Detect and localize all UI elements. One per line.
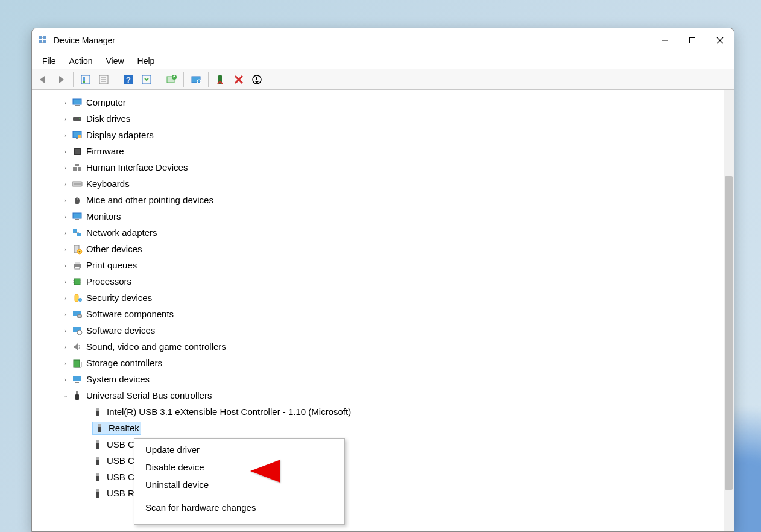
tree-item[interactable]: ›+Security devices (42, 290, 724, 306)
chevron-right-icon[interactable]: › (61, 311, 69, 318)
ctx-uninstall-device[interactable]: Uninstall device (134, 476, 344, 493)
tree-item[interactable]: ›Mice and other pointing devices (42, 192, 724, 208)
tree-item-label: Realtek (109, 423, 139, 433)
svg-rect-80 (96, 473, 99, 476)
minimize-button[interactable] (651, 28, 678, 52)
tree-item[interactable]: ›Print queues (42, 257, 724, 273)
tree-item-label: Security devices (86, 293, 152, 303)
window-title: Device Manager (54, 36, 115, 45)
chevron-right-icon[interactable]: › (61, 164, 69, 171)
update-driver-button[interactable] (163, 71, 180, 88)
menu-action[interactable]: Action (63, 54, 99, 68)
tree-item[interactable]: ›Display adapters (42, 127, 724, 143)
svg-rect-54 (74, 279, 80, 285)
tree-item[interactable]: ›System devices (42, 371, 724, 387)
chevron-down-icon[interactable]: ⌄ (61, 391, 69, 399)
chevron-right-icon[interactable]: › (61, 359, 69, 367)
tree-item[interactable]: ›Human Interface Devices (42, 159, 724, 176)
tree-item[interactable]: ›Software devices (42, 322, 724, 338)
chevron-right-icon[interactable]: › (61, 131, 69, 139)
tree-item[interactable]: ›?Other devices (42, 241, 724, 257)
ctx-disable-device[interactable]: Disable device (134, 458, 344, 476)
maximize-icon (689, 37, 696, 44)
chevron-right-icon[interactable]: › (61, 213, 69, 220)
menu-view[interactable]: View (99, 54, 130, 68)
forward-button[interactable] (52, 71, 69, 88)
tree-item[interactable]: ›Processors (42, 273, 724, 290)
chevron-right-icon[interactable]: › (61, 343, 69, 350)
tree-item[interactable]: ›Sound, video and game controllers (42, 338, 724, 355)
tree-item[interactable]: ›Network adapters (42, 224, 724, 241)
tree-item[interactable]: ›Software components (42, 306, 724, 322)
enable-device-icon (215, 74, 226, 85)
update-driver-icon (166, 74, 177, 85)
chevron-right-icon[interactable]: › (61, 197, 69, 204)
svg-rect-26 (73, 99, 81, 104)
svg-rect-73 (96, 411, 99, 416)
chevron-right-icon[interactable]: › (61, 278, 69, 285)
svg-rect-44 (75, 219, 79, 220)
svg-rect-32 (78, 135, 81, 138)
separator (159, 72, 159, 87)
chevron-right-icon[interactable]: › (61, 99, 69, 106)
scan-hardware-button[interactable] (188, 71, 204, 88)
chevron-right-icon[interactable]: › (61, 294, 69, 302)
usb-dev-icon (92, 488, 103, 499)
menu-file[interactable]: File (36, 54, 63, 68)
ctx-update-driver[interactable]: Update driver (134, 441, 344, 458)
chevron-right-icon[interactable]: › (61, 229, 69, 236)
chevron-right-icon[interactable]: › (61, 262, 69, 269)
ctx-scan-hardware[interactable]: Scan for hardware changes (134, 499, 344, 516)
action-menu-button[interactable] (138, 71, 155, 88)
tree-item-label: Sound, video and game controllers (86, 341, 226, 352)
scan-hardware-icon (191, 74, 201, 85)
show-hide-console-button[interactable] (77, 71, 94, 88)
tree-item-label: Software devices (86, 325, 155, 335)
svg-rect-59 (75, 294, 78, 302)
chevron-right-icon[interactable]: › (61, 115, 69, 122)
chevron-right-icon[interactable]: › (61, 148, 69, 155)
svg-rect-2 (43, 36, 46, 39)
back-button[interactable] (34, 71, 51, 88)
chevron-right-icon[interactable]: › (61, 180, 69, 188)
maximize-button[interactable] (678, 28, 706, 52)
chevron-right-icon[interactable]: › (61, 376, 69, 383)
svg-rect-7 (690, 37, 695, 43)
menu-help[interactable]: Help (131, 54, 162, 68)
scrollbar-thumb[interactable] (725, 176, 733, 490)
tree-item[interactable]: ›Keyboards (42, 176, 724, 192)
forward-arrow-icon (55, 74, 66, 85)
tree-item-label: Human Interface Devices (86, 162, 188, 173)
tree-item[interactable]: ›Computer (42, 94, 724, 110)
system-icon (72, 374, 83, 385)
svg-point-66 (77, 330, 82, 335)
disable-device-button[interactable] (248, 71, 265, 88)
processor-icon (72, 276, 83, 287)
separator (183, 72, 184, 87)
chevron-right-icon[interactable]: › (61, 327, 69, 334)
properties-button[interactable] (95, 71, 112, 88)
tree-item[interactable]: Intel(R) USB 3.1 eXtensible Host Control… (42, 404, 724, 420)
help-button[interactable]: ? (120, 71, 137, 88)
title-bar[interactable]: Device Manager (32, 28, 734, 52)
ctx-separator (139, 519, 339, 519)
svg-rect-45 (73, 229, 77, 233)
tree-item[interactable]: ›Monitors (42, 208, 724, 224)
hid-icon (72, 162, 83, 173)
chevron-right-icon[interactable]: › (61, 245, 69, 253)
network-icon (72, 227, 83, 238)
tree-item[interactable]: ›Firmware (42, 143, 724, 159)
tree-item[interactable]: ⌄Universal Serial Bus controllers (42, 387, 724, 404)
uninstall-device-button[interactable] (230, 71, 247, 88)
tree-item[interactable]: ›Disk drives (42, 110, 724, 127)
scrollbar[interactable] (724, 90, 734, 531)
svg-rect-74 (98, 424, 101, 427)
tree-item-label: Universal Serial Bus controllers (86, 390, 212, 401)
close-button[interactable] (706, 28, 734, 52)
separator (73, 72, 74, 87)
tree-item[interactable]: ›Storage controllers (42, 355, 724, 371)
tree-item[interactable]: Realtek (42, 420, 724, 436)
software-dev-icon (72, 325, 83, 336)
enable-device-button[interactable] (212, 71, 229, 88)
svg-point-29 (79, 118, 80, 119)
